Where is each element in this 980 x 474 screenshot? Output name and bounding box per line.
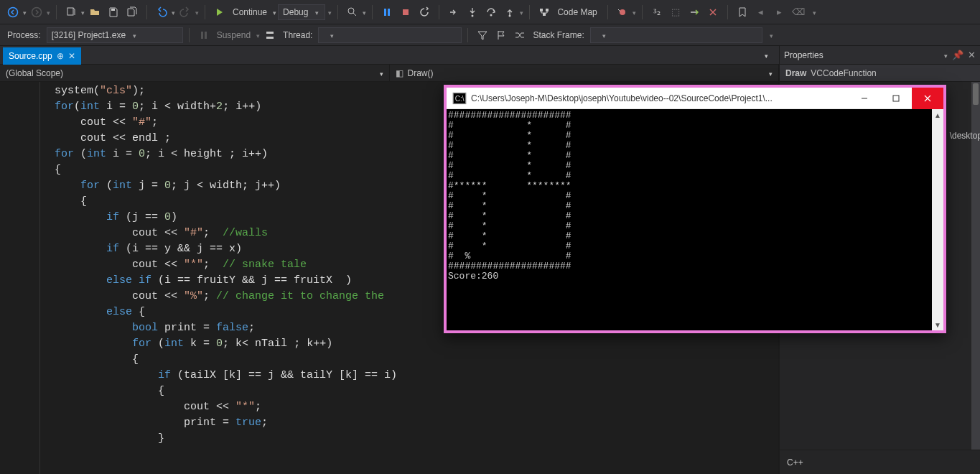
tab-overflow-icon[interactable] [765,50,775,60]
console-titlebar[interactable]: C:\ C:\Users\Joseph-M\Desktop\joseph\You… [447,88,943,109]
console-scrollbar[interactable]: ▲ ▼ [932,109,943,330]
svg-point-1 [32,7,42,17]
step-into-button[interactable] [464,4,481,21]
svg-rect-17 [266,32,274,34]
code-content[interactable]: system("cls"); for(int i = 0; i < width+… [40,82,397,474]
nav-forward-chevron-icon[interactable] [47,6,50,17]
suspend-icon[interactable] [195,27,213,44]
process-combo-value: [3216] Project1.exe [52,30,126,40]
find-chevron-icon[interactable] [363,6,366,17]
thread-label: Thread: [283,30,312,40]
svg-rect-5 [384,9,386,16]
suspend-label[interactable]: Suspend [217,30,251,40]
continue-label[interactable]: Continue [233,7,267,17]
next-bookmark-button[interactable]: ▸ [771,4,788,21]
redo-button[interactable] [177,4,194,21]
config-overflow-chevron-icon[interactable] [328,6,332,17]
step-chevron-icon[interactable] [520,6,523,17]
properties-object-name: Draw [785,68,806,78]
scope-bar: (Global Scope) ◧Draw() [0,65,778,82]
redo-chevron-icon[interactable] [195,6,199,17]
svg-rect-16 [205,32,207,39]
undo-chevron-icon[interactable] [172,6,175,17]
stackframe-combo[interactable] [590,27,762,43]
clear-bookmarks-button[interactable]: ⌫ [790,4,807,21]
scope-combo-right[interactable]: ◧Draw() [390,65,779,81]
minimize-button[interactable] [849,88,880,109]
find-button[interactable] [344,4,361,21]
close-button[interactable] [912,88,943,109]
undo-button[interactable] [153,4,170,21]
pin-icon[interactable]: ⊕ [57,51,64,61]
debug-toolbar: Process: [3216] Project1.exe Suspend Thr… [0,24,980,46]
svg-point-8 [472,14,474,17]
scope-combo-left[interactable]: (Global Scope) [0,65,390,81]
maximize-button[interactable] [880,88,912,109]
stop-button[interactable] [397,4,414,21]
thread-icon[interactable] [261,27,279,44]
suspend-chevron-icon[interactable] [256,29,260,40]
codemap-label[interactable]: Code Map [557,7,597,17]
scroll-up-icon[interactable]: ▲ [932,109,943,121]
new-file-button[interactable] [62,4,80,21]
svg-rect-12 [546,9,549,11]
breakpoint-chevron-icon[interactable] [633,6,636,17]
continue-button[interactable] [211,4,228,21]
continue-chevron-icon[interactable] [273,6,276,17]
toggle-breakpoint-button[interactable] [614,4,631,21]
open-file-button[interactable] [86,4,103,21]
svg-point-10 [509,14,511,17]
thread-combo[interactable] [318,27,462,43]
new-file-chevron-icon[interactable] [81,6,85,17]
console-window[interactable]: C:\ C:\Users\Joseph-M\Desktop\joseph\You… [444,85,946,333]
svg-rect-3 [111,9,115,11]
svg-point-0 [9,7,18,17]
config-combo[interactable]: Debug [278,4,325,20]
properties-footer-label: C++ [787,457,803,468]
prev-bookmark-button[interactable]: ◂ [752,4,770,21]
svg-rect-18 [266,37,274,39]
nav-back-chevron-icon[interactable] [23,6,27,17]
restart-button[interactable] [416,4,433,21]
process-combo[interactable]: [3216] Project1.exe [47,27,183,43]
chevron-down-icon [315,7,319,17]
console-client: ###################### # * # # * # # * #… [447,109,943,330]
toolbar-btn-3[interactable] [704,4,722,21]
editor-margin[interactable] [0,82,40,474]
flag-button[interactable] [493,27,510,44]
close-icon[interactable]: ✕ [968,50,976,60]
properties-object[interactable]: Draw VCCodeFunction [780,65,980,82]
properties-object-type: VCCodeFunction [811,68,876,78]
toolbar-btn-1[interactable]: ⬚ [667,4,684,21]
show-next-statement-button[interactable] [445,4,462,21]
hex-button[interactable]: ᶾ₂ [648,4,666,21]
svg-rect-6 [388,9,390,16]
close-icon[interactable]: ✕ [68,51,75,61]
bookmark-button[interactable] [734,4,751,21]
pause-button[interactable] [378,4,396,21]
console-output[interactable]: ###################### # * # # * # # * #… [447,109,932,330]
chevron-down-icon [330,30,334,40]
shuffle-button[interactable] [511,27,528,44]
filter-button[interactable] [474,27,491,44]
toolbar-btn-2[interactable] [686,4,703,21]
codemap-icon[interactable] [536,4,553,21]
pin-icon[interactable]: 📌 [952,50,963,60]
save-all-button[interactable] [123,4,141,21]
tab-source-cpp[interactable]: Source.cpp ⊕ ✕ [3,47,81,65]
nav-back-button[interactable] [4,4,22,21]
props-menu-icon[interactable] [944,50,948,60]
svg-text:C:\: C:\ [455,94,465,102]
toolbar2-overflow-icon[interactable] [770,29,773,40]
scroll-down-icon[interactable]: ▼ [932,319,943,330]
step-out-button[interactable] [501,4,518,21]
svg-rect-11 [540,9,543,11]
save-button[interactable] [105,4,122,21]
chevron-down-icon [602,30,606,40]
console-app-icon: C:\ [452,91,467,106]
step-over-button[interactable] [482,4,500,21]
toolbar1-overflow-icon[interactable] [813,6,816,17]
svg-rect-7 [403,9,409,15]
chevron-down-icon [769,68,773,78]
nav-forward-button[interactable] [28,4,45,21]
